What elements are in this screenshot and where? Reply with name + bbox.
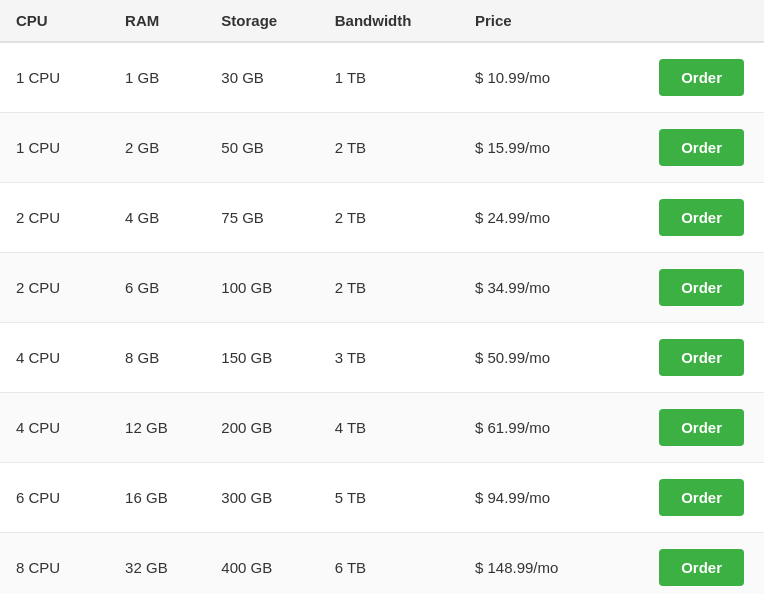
- cell-storage: 300 GB: [205, 463, 318, 533]
- header-action: [608, 0, 764, 42]
- cell-cpu: 4 CPU: [0, 393, 109, 463]
- order-cell: Order: [608, 533, 764, 595]
- cell-cpu: 8 CPU: [0, 533, 109, 595]
- table-header-row: CPU RAM Storage Bandwidth Price: [0, 0, 764, 42]
- cell-ram: 1 GB: [109, 42, 205, 113]
- header-storage: Storage: [205, 0, 318, 42]
- cell-ram: 12 GB: [109, 393, 205, 463]
- order-cell: Order: [608, 463, 764, 533]
- cell-storage: 100 GB: [205, 253, 318, 323]
- cell-bandwidth: 3 TB: [319, 323, 459, 393]
- table-row: 2 CPU4 GB75 GB2 TB$ 24.99/moOrder: [0, 183, 764, 253]
- order-cell: Order: [608, 323, 764, 393]
- cell-cpu: 6 CPU: [0, 463, 109, 533]
- pricing-table: CPU RAM Storage Bandwidth Price 1 CPU1 G…: [0, 0, 764, 594]
- table-row: 4 CPU12 GB200 GB4 TB$ 61.99/moOrder: [0, 393, 764, 463]
- cell-ram: 32 GB: [109, 533, 205, 595]
- order-button[interactable]: Order: [659, 199, 744, 236]
- cell-ram: 2 GB: [109, 113, 205, 183]
- order-button[interactable]: Order: [659, 269, 744, 306]
- cell-price: $ 61.99/mo: [459, 393, 608, 463]
- cell-bandwidth: 4 TB: [319, 393, 459, 463]
- cell-price: $ 15.99/mo: [459, 113, 608, 183]
- cell-storage: 30 GB: [205, 42, 318, 113]
- cell-ram: 8 GB: [109, 323, 205, 393]
- order-button[interactable]: Order: [659, 59, 744, 96]
- cell-price: $ 94.99/mo: [459, 463, 608, 533]
- cell-storage: 75 GB: [205, 183, 318, 253]
- order-button[interactable]: Order: [659, 409, 744, 446]
- cell-bandwidth: 2 TB: [319, 253, 459, 323]
- header-price: Price: [459, 0, 608, 42]
- cell-cpu: 1 CPU: [0, 113, 109, 183]
- table-row: 1 CPU1 GB30 GB1 TB$ 10.99/moOrder: [0, 42, 764, 113]
- order-cell: Order: [608, 42, 764, 113]
- table-row: 4 CPU8 GB150 GB3 TB$ 50.99/moOrder: [0, 323, 764, 393]
- cell-price: $ 148.99/mo: [459, 533, 608, 595]
- cell-cpu: 4 CPU: [0, 323, 109, 393]
- header-cpu: CPU: [0, 0, 109, 42]
- order-cell: Order: [608, 253, 764, 323]
- order-button[interactable]: Order: [659, 549, 744, 586]
- order-cell: Order: [608, 183, 764, 253]
- cell-ram: 6 GB: [109, 253, 205, 323]
- cell-ram: 4 GB: [109, 183, 205, 253]
- order-button[interactable]: Order: [659, 479, 744, 516]
- header-bandwidth: Bandwidth: [319, 0, 459, 42]
- cell-cpu: 1 CPU: [0, 42, 109, 113]
- cell-price: $ 24.99/mo: [459, 183, 608, 253]
- table-row: 2 CPU6 GB100 GB2 TB$ 34.99/moOrder: [0, 253, 764, 323]
- cell-bandwidth: 5 TB: [319, 463, 459, 533]
- cell-bandwidth: 2 TB: [319, 183, 459, 253]
- cell-ram: 16 GB: [109, 463, 205, 533]
- cell-cpu: 2 CPU: [0, 183, 109, 253]
- cell-storage: 150 GB: [205, 323, 318, 393]
- table-row: 6 CPU16 GB300 GB5 TB$ 94.99/moOrder: [0, 463, 764, 533]
- cell-price: $ 10.99/mo: [459, 42, 608, 113]
- header-ram: RAM: [109, 0, 205, 42]
- order-button[interactable]: Order: [659, 129, 744, 166]
- cell-price: $ 34.99/mo: [459, 253, 608, 323]
- table-row: 8 CPU32 GB400 GB6 TB$ 148.99/moOrder: [0, 533, 764, 595]
- table-row: 1 CPU2 GB50 GB2 TB$ 15.99/moOrder: [0, 113, 764, 183]
- order-button[interactable]: Order: [659, 339, 744, 376]
- cell-price: $ 50.99/mo: [459, 323, 608, 393]
- cell-bandwidth: 2 TB: [319, 113, 459, 183]
- cell-storage: 200 GB: [205, 393, 318, 463]
- cell-bandwidth: 6 TB: [319, 533, 459, 595]
- cell-storage: 400 GB: [205, 533, 318, 595]
- order-cell: Order: [608, 393, 764, 463]
- order-cell: Order: [608, 113, 764, 183]
- cell-bandwidth: 1 TB: [319, 42, 459, 113]
- cell-cpu: 2 CPU: [0, 253, 109, 323]
- cell-storage: 50 GB: [205, 113, 318, 183]
